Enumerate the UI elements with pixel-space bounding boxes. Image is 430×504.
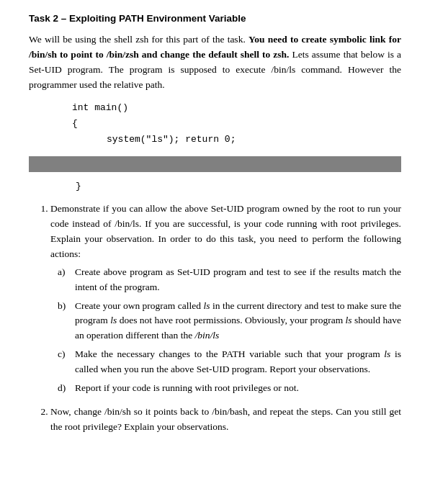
- task-title: Task 2 – Exploiting PATH Environment Var…: [29, 13, 401, 24]
- sub-item-b-italic-ls3: ls: [346, 315, 352, 325]
- sub-item-d-text: Report if your code is running with root…: [75, 382, 299, 393]
- sub-item-c: c) Make the necessary changes to the PAT…: [58, 347, 401, 377]
- sub-item-b-italic-ls2: ls: [110, 315, 117, 325]
- sub-item-d-label: d): [58, 381, 66, 396]
- sub-item-c-label: c): [58, 347, 66, 362]
- numbered-list: Demonstrate if you can allow the above S…: [43, 202, 401, 435]
- intro-part1: We will be using the shell zsh for this …: [29, 34, 246, 45]
- closing-brace: }: [76, 181, 401, 192]
- sub-item-b-label: b): [58, 299, 66, 314]
- code-line-2: {: [72, 116, 401, 132]
- intro-paragraph: We will be using the shell zsh for this …: [29, 32, 401, 93]
- code-block: int main() { system("ls"); return 0;: [72, 100, 401, 148]
- sub-item-c-text: Make the necessary changes to the PATH v…: [75, 348, 401, 374]
- code-line-3: system("ls"); return 0;: [107, 132, 401, 148]
- gray-bar: [29, 156, 401, 172]
- list-item-1: Demonstrate if you can allow the above S…: [50, 202, 401, 396]
- list-item-2-text: Now, change /bin/sh so it points back to…: [50, 406, 401, 432]
- sub-item-b: b) Create your own program called ls in …: [58, 299, 401, 344]
- sub-item-b-italic-binls: /bin/ls: [195, 330, 220, 341]
- sub-item-b-italic-ls: ls: [203, 300, 210, 311]
- sub-item-d: d) Report if your code is running with r…: [58, 381, 401, 396]
- code-line-1: int main(): [72, 100, 401, 116]
- sub-item-a: a) Create above program as Set-UID progr…: [58, 265, 401, 295]
- sub-item-a-label: a): [58, 265, 66, 280]
- sub-item-a-text: Create above program as Set-UID program …: [75, 266, 401, 292]
- list-item-1-text: Demonstrate if you can allow the above S…: [50, 203, 401, 259]
- sub-item-c-italic-ls: ls: [384, 348, 390, 359]
- sub-item-b-text: Create your own program called ls in the…: [75, 300, 401, 341]
- sub-list-1: a) Create above program as Set-UID progr…: [58, 265, 401, 396]
- list-item-2: Now, change /bin/sh so it points back to…: [50, 405, 401, 435]
- page-container: Task 2 – Exploiting PATH Environment Var…: [0, 0, 430, 504]
